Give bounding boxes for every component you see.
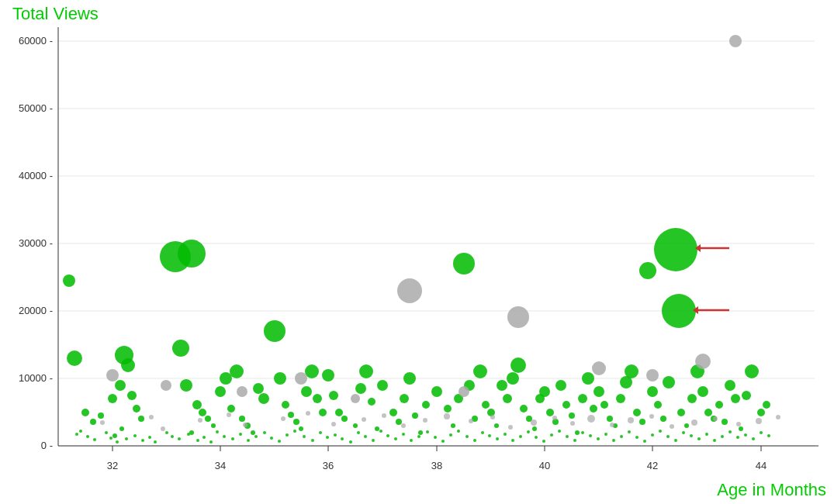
- svg-point-40: [127, 391, 137, 400]
- svg-point-158: [125, 437, 128, 440]
- svg-point-265: [401, 423, 406, 428]
- svg-point-136: [684, 423, 689, 428]
- svg-point-229: [674, 439, 677, 442]
- svg-point-261: [306, 411, 310, 416]
- svg-point-65: [282, 401, 289, 409]
- svg-point-214: [558, 430, 561, 433]
- svg-point-197: [426, 430, 429, 433]
- svg-point-236: [728, 430, 732, 433]
- svg-point-83: [389, 409, 397, 416]
- arrow-1: [695, 244, 729, 252]
- svg-text:36: 36: [323, 460, 334, 471]
- svg-point-223: [628, 430, 631, 433]
- svg-point-177: [270, 437, 273, 440]
- svg-point-57: [239, 416, 245, 422]
- svg-point-114: [569, 413, 575, 419]
- svg-point-179: [285, 433, 289, 437]
- svg-point-185: [334, 433, 337, 437]
- svg-point-172: [231, 437, 234, 440]
- svg-text:32: 32: [107, 460, 118, 471]
- chart-container: Total Views Age in Months 0 - 10000 - 20…: [0, 0, 834, 504]
- svg-point-88: [418, 430, 423, 435]
- svg-point-116: [578, 394, 587, 403]
- svg-point-86: [403, 372, 416, 385]
- svg-point-281: [736, 422, 741, 426]
- svg-point-170: [216, 430, 219, 433]
- svg-point-256: [161, 426, 165, 431]
- svg-point-190: [372, 439, 375, 442]
- svg-point-211: [535, 436, 538, 439]
- svg-point-161: [148, 436, 151, 439]
- svg-point-117: [582, 372, 594, 385]
- svg-point-241: [767, 434, 770, 437]
- svg-point-51: [205, 416, 211, 422]
- svg-point-151: [75, 433, 78, 436]
- svg-point-82: [377, 380, 388, 391]
- svg-point-219: [597, 437, 600, 440]
- svg-point-231: [690, 434, 693, 437]
- svg-point-222: [620, 435, 623, 438]
- svg-point-218: [589, 434, 592, 437]
- svg-point-33: [108, 394, 117, 403]
- svg-point-56: [227, 405, 235, 413]
- svg-point-79: [359, 364, 373, 378]
- svg-point-64: [274, 372, 286, 385]
- svg-point-269: [490, 415, 495, 419]
- svg-point-133: [660, 416, 666, 422]
- svg-point-235: [721, 435, 724, 438]
- svg-point-37: [115, 380, 126, 391]
- svg-point-92: [451, 423, 455, 428]
- svg-point-178: [278, 440, 281, 443]
- svg-point-61: [258, 393, 269, 404]
- svg-point-238: [744, 433, 747, 437]
- svg-point-187: [349, 440, 352, 444]
- svg-point-129: [654, 228, 697, 271]
- svg-point-176: [263, 431, 266, 434]
- svg-point-32: [67, 350, 82, 366]
- svg-point-105: [520, 405, 528, 413]
- svg-point-209: [519, 435, 522, 438]
- svg-point-150: [763, 401, 770, 409]
- svg-point-189: [364, 435, 367, 438]
- svg-point-131: [647, 386, 658, 397]
- svg-point-77: [353, 423, 358, 428]
- svg-point-215: [566, 435, 569, 438]
- svg-point-101: [497, 380, 507, 391]
- svg-point-148: [745, 364, 759, 378]
- svg-point-277: [649, 414, 654, 419]
- svg-rect-0: [58, 27, 815, 446]
- svg-point-155: [105, 431, 108, 434]
- svg-point-226: [651, 433, 654, 437]
- svg-point-183: [319, 431, 322, 434]
- svg-point-46: [178, 240, 206, 268]
- svg-point-85: [400, 394, 409, 403]
- svg-point-162: [154, 440, 157, 444]
- svg-point-72: [319, 409, 327, 416]
- svg-point-66: [288, 412, 294, 418]
- svg-point-250: [459, 386, 469, 397]
- svg-point-280: [713, 416, 718, 421]
- svg-point-255: [149, 415, 154, 419]
- svg-point-225: [643, 440, 646, 443]
- svg-text:0 -: 0 -: [41, 440, 53, 451]
- svg-point-191: [379, 430, 382, 433]
- svg-point-62: [230, 364, 244, 378]
- svg-point-78: [355, 383, 366, 394]
- svg-point-91: [444, 405, 452, 413]
- svg-point-262: [331, 422, 336, 426]
- svg-point-242: [729, 35, 742, 47]
- svg-point-248: [295, 372, 307, 385]
- svg-point-143: [722, 419, 728, 425]
- svg-text:34: 34: [215, 460, 226, 471]
- svg-point-104: [510, 357, 526, 373]
- svg-point-43: [119, 426, 124, 431]
- svg-point-239: [752, 437, 755, 440]
- svg-point-175: [254, 435, 258, 438]
- svg-point-205: [488, 434, 491, 437]
- svg-point-278: [670, 424, 674, 429]
- svg-point-97: [473, 364, 487, 378]
- svg-point-258: [227, 413, 231, 417]
- svg-point-206: [496, 437, 499, 440]
- svg-point-196: [417, 435, 420, 438]
- svg-point-146: [739, 426, 743, 431]
